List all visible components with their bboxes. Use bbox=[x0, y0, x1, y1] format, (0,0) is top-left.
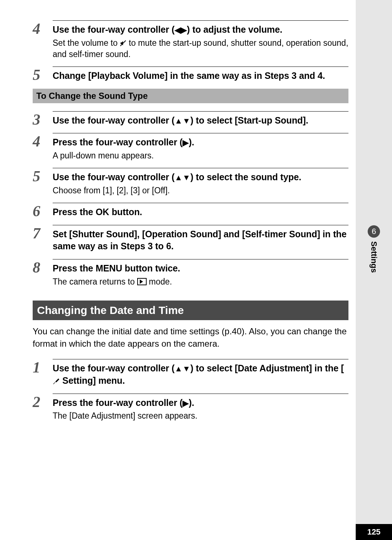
right-arrow-icon: ▶ bbox=[181, 25, 187, 36]
text-run: mode. bbox=[147, 277, 172, 286]
text-run: Press the bbox=[53, 263, 96, 273]
down-arrow-icon: ▼ bbox=[183, 172, 191, 183]
ok-button-label: OK bbox=[96, 207, 109, 217]
step-body: Press the four-way controller (▶).A pull… bbox=[53, 133, 348, 164]
step-title: Set [Shutter Sound], [Operation Sound] a… bbox=[53, 228, 348, 253]
text-run: Press the four-way controller ( bbox=[53, 398, 183, 408]
chapter-number-badge: 6 bbox=[368, 225, 380, 238]
step-body: Use the four-way controller (▲▼) to sele… bbox=[53, 359, 348, 390]
up-arrow-icon: ▲ bbox=[175, 116, 183, 126]
page-content: 4Use the four-way controller (◀▶) to adj… bbox=[33, 18, 348, 426]
text-run: A pull-down menu appears. bbox=[53, 151, 154, 160]
text-run: Set the volume to bbox=[53, 38, 120, 48]
volume-steps: 4Use the four-way controller (◀▶) to adj… bbox=[33, 18, 348, 85]
step-description: A pull-down menu appears. bbox=[53, 150, 348, 161]
section-title-date-time: Changing the Date and Time bbox=[33, 301, 348, 320]
sound-type-steps: 3Use the four-way controller (▲▼) to sel… bbox=[33, 109, 348, 290]
text-run: ) to select [Date Adjustment] in the [ bbox=[190, 363, 344, 373]
step-body: Press the OK button. bbox=[53, 203, 348, 221]
step-title: Press the MENU button twice. bbox=[53, 262, 348, 275]
down-arrow-icon: ▼ bbox=[183, 363, 191, 374]
step-number: 5 bbox=[33, 67, 53, 82]
sound-type-step: 3Use the four-way controller (▲▼) to sel… bbox=[33, 109, 348, 130]
step-number: 3 bbox=[33, 111, 53, 127]
right-arrow-icon: ▶ bbox=[183, 398, 189, 409]
up-arrow-icon: ▲ bbox=[175, 172, 183, 183]
step-title: Press the four-way controller (▶). bbox=[53, 397, 348, 409]
text-run: ) to select the sound type. bbox=[190, 172, 301, 182]
step-description: Choose from [1], [2], [3] or [Off]. bbox=[53, 185, 348, 196]
step-description: Set the volume to to mute the start-up s… bbox=[53, 37, 348, 60]
text-run: Use the four-way controller ( bbox=[53, 363, 175, 373]
mute-icon bbox=[120, 40, 126, 47]
step-body: Press the four-way controller (▶).The [D… bbox=[53, 394, 348, 425]
date-time-step: 2Press the four-way controller (▶).The [… bbox=[33, 391, 348, 425]
step-title: Change [Playback Volume] in the same way… bbox=[53, 70, 348, 82]
step-number: 2 bbox=[33, 394, 53, 410]
step-number: 5 bbox=[33, 168, 53, 184]
sound-type-step: 8Press the MENU button twice.The camera … bbox=[33, 257, 348, 290]
sound-type-heading: To Change the Sound Type bbox=[33, 89, 348, 103]
text-run: Change [Playback Volume] in the same way… bbox=[53, 70, 325, 81]
volume-step: 5Change [Playback Volume] in the same wa… bbox=[33, 64, 348, 85]
menu-button-label: MENU bbox=[96, 263, 122, 273]
section-intro-text: You can change the initial date and time… bbox=[33, 325, 348, 350]
text-run: Use the four-way controller ( bbox=[53, 115, 175, 125]
right-arrow-icon: ▶ bbox=[183, 137, 189, 148]
text-run: ) to select [Start-up Sound]. bbox=[190, 115, 308, 125]
sound-type-step: 4Press the four-way controller (▶).A pul… bbox=[33, 131, 348, 164]
text-run: ). bbox=[189, 137, 194, 147]
text-run: Setting] menu. bbox=[60, 375, 125, 386]
step-body: Set [Shutter Sound], [Operation Sound] a… bbox=[53, 225, 348, 256]
text-run: ) to adjust the volume. bbox=[187, 24, 282, 35]
manual-page: 4Use the four-way controller (◀▶) to adj… bbox=[0, 0, 392, 540]
step-title: Use the four-way controller (▲▼) to sele… bbox=[53, 114, 348, 127]
step-description: The [Date Adjustment] screen appears. bbox=[53, 410, 348, 422]
step-number: 4 bbox=[33, 20, 53, 36]
text-run: Use the four-way controller ( bbox=[53, 24, 175, 35]
step-title: Use the four-way controller (◀▶) to adju… bbox=[53, 24, 348, 36]
playback-mode-icon bbox=[137, 278, 147, 285]
text-run: Choose from [1], [2], [3] or [Off]. bbox=[53, 186, 170, 195]
step-description: The camera returns to mode. bbox=[53, 276, 348, 287]
step-body: Use the four-way controller (▲▼) to sele… bbox=[53, 168, 348, 199]
step-body: Use the four-way controller (▲▼) to sele… bbox=[53, 111, 348, 130]
text-run: button twice. bbox=[122, 263, 180, 273]
text-run: The camera returns to bbox=[53, 277, 137, 286]
chapter-tab: 6 Settings bbox=[356, 225, 392, 274]
date-time-steps: 1Use the four-way controller (▲▼) to sel… bbox=[33, 357, 348, 424]
step-body: Press the MENU button twice.The camera r… bbox=[53, 259, 348, 290]
step-number: 8 bbox=[33, 259, 53, 275]
text-run: Use the four-way controller ( bbox=[53, 172, 175, 182]
text-run: The [Date Adjustment] screen appears. bbox=[53, 411, 197, 420]
text-run: Set [Shutter Sound], [Operation Sound] a… bbox=[53, 229, 347, 251]
step-body: Change [Playback Volume] in the same way… bbox=[53, 67, 348, 85]
step-title: Press the four-way controller (▶). bbox=[53, 136, 348, 149]
date-time-step: 1Use the four-way controller (▲▼) to sel… bbox=[33, 357, 348, 390]
step-title: Use the four-way controller (▲▼) to sele… bbox=[53, 362, 348, 387]
page-number: 125 bbox=[356, 524, 392, 540]
text-run: ). bbox=[189, 398, 194, 408]
text-run: button. bbox=[109, 207, 142, 217]
chapter-label: Settings bbox=[369, 241, 379, 273]
step-number: 1 bbox=[33, 359, 53, 375]
step-title: Press the OK button. bbox=[53, 206, 348, 218]
text-run: Press the four-way controller ( bbox=[53, 137, 183, 147]
left-arrow-icon: ◀ bbox=[175, 25, 181, 36]
tool-icon bbox=[53, 378, 60, 385]
step-number: 6 bbox=[33, 203, 53, 219]
sound-type-step: 7Set [Shutter Sound], [Operation Sound] … bbox=[33, 223, 348, 256]
down-arrow-icon: ▼ bbox=[183, 116, 191, 126]
step-number: 7 bbox=[33, 225, 53, 241]
up-arrow-icon: ▲ bbox=[175, 363, 183, 374]
volume-step: 4Use the four-way controller (◀▶) to adj… bbox=[33, 18, 348, 63]
sound-type-step: 5Use the four-way controller (▲▼) to sel… bbox=[33, 166, 348, 199]
step-title: Use the four-way controller (▲▼) to sele… bbox=[53, 171, 348, 184]
step-body: Use the four-way controller (◀▶) to adju… bbox=[53, 20, 348, 63]
step-number: 4 bbox=[33, 133, 53, 149]
sound-type-step: 6Press the OK button. bbox=[33, 201, 348, 221]
text-run: Press the bbox=[53, 207, 96, 217]
